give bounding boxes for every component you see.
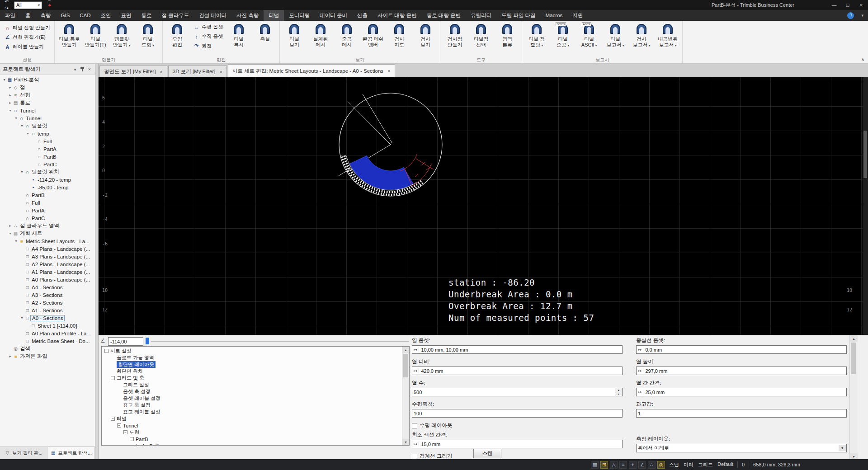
undo-icon[interactable]: ↶: [3, 0, 10, 5]
checkbox-수평 레이아웃[interactable]: [412, 423, 417, 428]
status-toggle-스냅[interactable]: 스냅: [669, 461, 679, 468]
settings-tree-item-플로트 가능 영역[interactable]: 플로트 가능 영역: [104, 354, 409, 361]
tree-item-A4 - Sections[interactable]: □A4 - Sections: [0, 283, 95, 291]
menu-tab-사진 측량[interactable]: 사진 측량: [231, 10, 264, 21]
close-icon[interactable]: ×: [160, 69, 162, 75]
expander-closed-icon[interactable]: ▸: [8, 354, 13, 358]
expander-open-icon[interactable]: ▾: [19, 124, 24, 128]
ribbon-button-터널 보고서[interactable]: 터널보고서▾: [602, 21, 628, 48]
ribbon-button-검사 보고서[interactable]: 검사보고서▾: [628, 21, 655, 48]
field-최소 섹션 간격:[interactable]: ↦15,0 mm: [412, 440, 623, 448]
ribbon-button-터널 통로 만들기[interactable]: 터널 통로만들기: [56, 21, 82, 47]
record-icon[interactable]: ●: [46, 2, 53, 9]
scan-button[interactable]: 스캔: [473, 449, 501, 458]
tree-item-Full[interactable]: ∩Full: [0, 137, 95, 145]
tree-item--85,00 - temp[interactable]: ▪-85,00 - temp: [0, 183, 95, 191]
ribbon-button-완공 메쉬 멤버[interactable]: 완공 메쉬멤버: [360, 21, 386, 47]
spinner[interactable]: ▴▾: [615, 388, 622, 396]
tree-item-Metric Base Sheet - Do...[interactable]: □Metric Base Sheet - Do...: [0, 337, 95, 345]
menu-tab-점 클라우드[interactable]: 점 클라우드: [157, 10, 194, 21]
ribbon-button-영역 분류[interactable]: 영역분류: [494, 21, 520, 47]
scroll-up-icon[interactable]: ▲: [402, 347, 409, 353]
tree-item-Tunnel[interactable]: ▾∩Tunnel: [0, 107, 95, 114]
tree-item-A1 Plans - Landscape (...[interactable]: □A1 Plans - Landscape (...: [0, 268, 95, 276]
menu-tab-측량[interactable]: 측량: [36, 10, 56, 21]
menu-tab-홈[interactable]: 홈: [20, 10, 36, 21]
sheet-view-canvas[interactable]: 6420-2-4-61012 1012 station : -86.20Unde…: [99, 77, 863, 335]
expander-open-icon[interactable]: ▾: [25, 132, 30, 136]
scroll-down-icon[interactable]: ▼: [850, 453, 858, 460]
settings-tree-item-PartB[interactable]: −PartB: [104, 436, 409, 442]
settings-tree-item-시트 설정[interactable]: −시트 설정: [104, 348, 409, 354]
window-minimize-button[interactable]: —: [827, 0, 841, 10]
field-열 너비:[interactable]: ↦420,0 mm: [412, 367, 623, 375]
menu-tab-표면[interactable]: 표면: [116, 10, 137, 21]
close-icon[interactable]: ×: [219, 69, 222, 75]
tree-item-PartA[interactable]: ∩PartA: [0, 207, 95, 214]
spin-down-icon[interactable]: ▾: [615, 392, 622, 396]
tree-item-Metric Sheet Layouts - La...[interactable]: ▾■Metric Sheet Layouts - La...: [0, 237, 95, 245]
tree-item-계획 세트[interactable]: ▾▥계획 세트: [0, 230, 95, 237]
ribbon-button-터널점 선택[interactable]: 터널점선택: [468, 21, 494, 47]
tree-item-PartB[interactable]: ∩PartB: [0, 153, 95, 160]
tree-item-Full[interactable]: ∩Full: [0, 199, 95, 207]
settings-tree-item-횡단면 위치[interactable]: 횡단면 위치: [104, 368, 409, 375]
tree-item-점[interactable]: ▸◇점: [0, 84, 95, 91]
help-icon[interactable]: ?: [847, 12, 854, 19]
ribbon-button-터널 ASCII[interactable]: ASCII터널ASCII▾: [576, 21, 602, 48]
station-slider-thumb[interactable]: [146, 338, 149, 344]
chevron-down-icon[interactable]: ▾: [71, 67, 79, 72]
expander-closed-icon[interactable]: ▸: [8, 85, 13, 89]
tree-item--114,20 - temp[interactable]: ▪-114,20 - temp: [0, 176, 95, 183]
tree-item-A2 - Sections[interactable]: □A2 - Sections: [0, 299, 95, 306]
menu-tab-드릴 파일 다짐[interactable]: 드릴 파일 다짐: [496, 10, 540, 21]
menu-tab-통로 대량 운반[interactable]: 통로 대량 운반: [422, 10, 466, 21]
tree-item-temp[interactable]: ▾∩temp: [0, 130, 95, 137]
menu-tab-Macros[interactable]: Macros: [541, 10, 568, 21]
status-toggle-미터[interactable]: 미터: [684, 461, 693, 468]
scroll-up-icon[interactable]: ▲: [850, 335, 858, 342]
field-측점 레이아웃:[interactable]: 위에서 아래로▾: [636, 444, 847, 452]
collapse-box-icon[interactable]: −: [123, 430, 127, 434]
status-toggle-Default[interactable]: Default: [717, 461, 733, 468]
status-toggle-그리드[interactable]: 그리드: [698, 461, 713, 468]
ortho-icon[interactable]: ∠: [638, 461, 646, 469]
window-maximize-button[interactable]: □: [841, 0, 854, 10]
point-snap-icon[interactable]: ∴: [648, 461, 656, 469]
tree-item-A1 - Sections[interactable]: □A1 - Sections: [0, 306, 95, 314]
tree-item-PartC[interactable]: ∩PartC: [0, 160, 95, 168]
tree-item-PartB-분석[interactable]: ▾▦PartB-분석: [0, 76, 95, 84]
tree-item-통로[interactable]: ▸▤통로: [0, 99, 95, 107]
field-열 높이:[interactable]: ↦297,0 mm: [636, 367, 847, 375]
tree-item-A0 - Sections[interactable]: ▾□A0 - Sections: [0, 314, 95, 322]
table-toggle-icon[interactable]: ▦: [591, 461, 599, 469]
menu-tab-산출[interactable]: 산출: [352, 10, 373, 21]
close-icon[interactable]: ×: [86, 67, 93, 72]
ribbon-button-검사점 만들기[interactable]: 검사점만들기: [442, 21, 468, 47]
expander-open-icon[interactable]: ▾: [14, 239, 19, 243]
tree-item-A4 Plans - Landscape (...[interactable]: □A4 Plans - Landscape (...: [0, 245, 95, 253]
spin-up-icon[interactable]: ▴: [615, 388, 622, 392]
menu-tab-건설 데이터[interactable]: 건설 데이터: [194, 10, 231, 21]
scrollbar-thumb[interactable]: [863, 131, 867, 178]
panel-tab-프로젝트 탐색...[interactable]: ▦프로젝트 탐색...: [47, 447, 95, 459]
close-icon[interactable]: ×: [387, 68, 390, 74]
menu-tab-데이터 준비[interactable]: 데이터 준비: [315, 10, 352, 21]
ribbon-button-내공변위 보고서[interactable]: 내공변위보고서▾: [655, 21, 681, 48]
ribbon-button-터널 만들기(T)[interactable]: 터널만들기(T): [82, 21, 108, 47]
tree-item-템플릿[interactable]: ▾∩템플릿: [0, 122, 95, 130]
menu-tab-GIS[interactable]: GIS: [56, 10, 75, 21]
tree-item-점 클라우드 영역[interactable]: ▸∴점 클라우드 영역: [0, 222, 95, 230]
field-열 간 간격:[interactable]: ↦25,0 mm: [636, 388, 847, 396]
ribbon-button-템플릿 만들기[interactable]: 템플릿만들기▾: [108, 21, 135, 48]
layers-icon[interactable]: ≡: [619, 461, 627, 469]
expander-closed-icon[interactable]: ▸: [8, 93, 13, 97]
settings-tree-item-횡단면 레이아웃[interactable]: 횡단면 레이아웃: [104, 361, 409, 368]
ribbon-button-선형 편집기(E)[interactable]: ∠선형 편집기(E): [1, 33, 48, 42]
window-close-button[interactable]: ×: [854, 0, 868, 10]
settings-tree-item-도형[interactable]: −도형: [104, 429, 409, 436]
settings-tree-item-그리드 설정[interactable]: 그리드 설정: [104, 381, 409, 388]
field-과고감:[interactable]: 1: [636, 409, 847, 418]
view-tab-시트 세트 편집: Metric Sheet Layouts - Landscape - A0 - Sections[interactable]: 시트 세트 편집: Metric Sheet Layouts - Landsca…: [228, 64, 395, 77]
ribbon-button-터널 도형[interactable]: 터널도형▾: [135, 21, 161, 48]
